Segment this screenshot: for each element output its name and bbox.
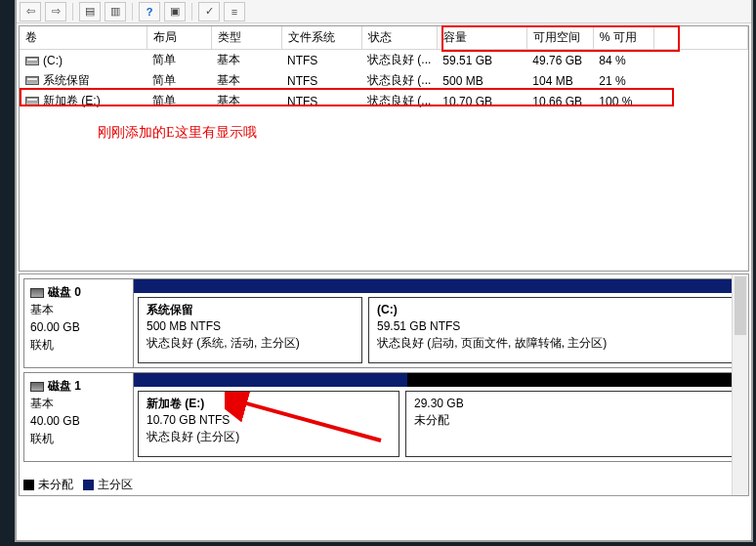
col-extra[interactable] (653, 26, 747, 50)
disk-info[interactable]: 磁盘 1 基本 40.00 GB 联机 (24, 373, 134, 461)
partition[interactable]: 新加卷 (E:) 10.70 GB NTFS 状态良好 (主分区) (138, 391, 399, 457)
legend-label: 主分区 (98, 477, 133, 493)
partition-size: 500 MB NTFS (147, 318, 354, 335)
partition-status: 未分配 (414, 412, 731, 429)
legend: 未分配 主分区 (23, 477, 133, 493)
vol-name: (C:) (43, 54, 63, 67)
col-type[interactable]: 类型 (211, 26, 281, 50)
toolbar: ⇦ ⇨ ▤ ▥ ? ▣ ✓ ≡ (17, 0, 751, 23)
table-row[interactable]: (C:) 简单 基本 NTFS 状态良好 (... 59.51 GB 49.76… (20, 50, 748, 71)
partition-status: 状态良好 (启动, 页面文件, 故障转储, 主分区) (377, 335, 731, 352)
vol-name: 系统保留 (43, 73, 90, 87)
disk-icon (30, 382, 44, 392)
action-icon[interactable]: ✓ (198, 2, 220, 21)
disk-icon (30, 288, 44, 298)
disk-partitions: 系统保留 500 MB NTFS 状态良好 (系统, 活动, 主分区) (C:)… (134, 279, 743, 367)
window: ⇦ ⇨ ▤ ▥ ? ▣ ✓ ≡ 卷 布局 类型 文件系统 状态 容量 可用空间 … (15, 0, 753, 542)
partition[interactable]: (C:) 59.51 GB NTFS 状态良好 (启动, 页面文件, 故障转储,… (368, 297, 739, 363)
col-pct[interactable]: % 可用 (593, 26, 653, 50)
table-row[interactable]: 系统保留 简单 基本 NTFS 状态良好 (... 500 MB 104 MB … (20, 70, 748, 91)
annotation-text: 刚刚添加的E这里有显示哦 (98, 124, 257, 142)
view2-icon[interactable]: ▥ (105, 2, 126, 21)
partition-title: (C:) (377, 302, 731, 318)
legend-swatch-primary (83, 480, 94, 490)
help-icon[interactable]: ? (139, 2, 160, 21)
disk-header-bar (134, 373, 743, 387)
partition-size: 10.70 GB NTFS (147, 412, 391, 429)
drive-icon (25, 97, 39, 105)
vol-name: 新加卷 (E:) (43, 94, 101, 107)
col-status[interactable]: 状态 (361, 26, 437, 50)
list-icon[interactable]: ≡ (224, 2, 245, 21)
drive-icon (25, 76, 39, 85)
partition-size: 59.51 GB NTFS (377, 318, 731, 335)
partition[interactable]: 系统保留 500 MB NTFS 状态良好 (系统, 活动, 主分区) (138, 297, 362, 363)
legend-swatch-unallocated (23, 480, 34, 490)
forward-icon[interactable]: ⇨ (45, 2, 66, 21)
back-icon[interactable]: ⇦ (20, 2, 41, 21)
scrollbar[interactable] (732, 274, 748, 495)
panel-icon[interactable]: ▣ (164, 2, 186, 21)
col-fs[interactable]: 文件系统 (281, 26, 361, 50)
disk-diagram-pane: 磁盘 0 基本 60.00 GB 联机 系统保留 500 MB NTFS 状态良… (19, 273, 749, 496)
table-header-row: 卷 布局 类型 文件系统 状态 容量 可用空间 % 可用 (20, 26, 748, 50)
table-row[interactable]: 新加卷 (E:) 简单 基本 NTFS 状态良好 (... 10.70 GB 1… (20, 91, 748, 111)
col-volume[interactable]: 卷 (20, 26, 147, 50)
partition-size: 29.30 GB (414, 396, 731, 412)
disk-header-bar (134, 279, 743, 293)
disk-row: 磁盘 0 基本 60.00 GB 联机 系统保留 500 MB NTFS 状态良… (23, 278, 744, 368)
partition[interactable]: 29.30 GB 未分配 (405, 391, 739, 457)
partition-status: 状态良好 (主分区) (147, 429, 391, 445)
volume-list-pane: 卷 布局 类型 文件系统 状态 容量 可用空间 % 可用 (C:) 简单 基本 … (19, 25, 749, 272)
drive-icon (25, 57, 39, 65)
partition-title: 新加卷 (E:) (147, 396, 391, 412)
col-layout[interactable]: 布局 (147, 26, 211, 50)
col-capacity[interactable]: 容量 (437, 26, 526, 50)
disk-info[interactable]: 磁盘 0 基本 60.00 GB 联机 (24, 279, 134, 367)
volume-table[interactable]: 卷 布局 类型 文件系统 状态 容量 可用空间 % 可用 (C:) 简单 基本 … (20, 26, 748, 111)
partition-title: 系统保留 (147, 302, 354, 318)
legend-label: 未分配 (38, 477, 73, 493)
col-free[interactable]: 可用空间 (526, 26, 593, 50)
disk-row: 磁盘 1 基本 40.00 GB 联机 新加卷 (E:) 10.70 GB NT… (23, 372, 744, 462)
partition-status: 状态良好 (系统, 活动, 主分区) (147, 335, 354, 352)
view-icon[interactable]: ▤ (79, 2, 101, 21)
disk-partitions: 新加卷 (E:) 10.70 GB NTFS 状态良好 (主分区) 29.30 … (134, 373, 743, 461)
